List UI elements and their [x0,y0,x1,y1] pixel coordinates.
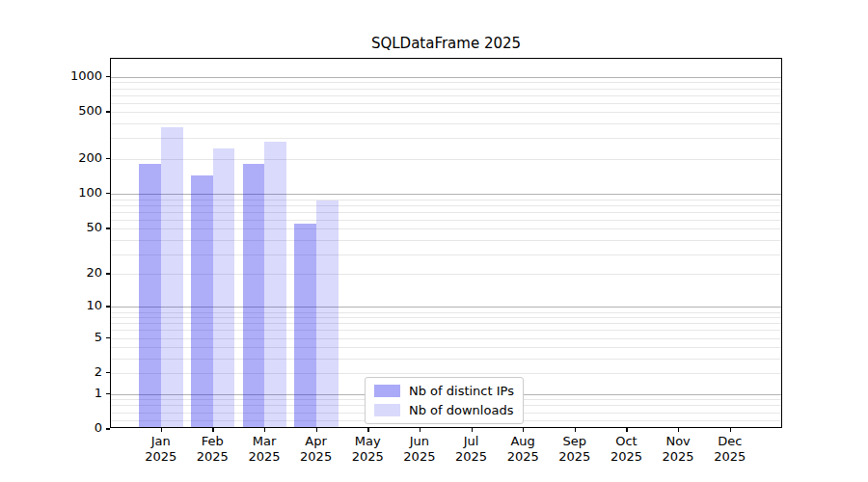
y-tick-label-5: 5 [35,330,102,345]
plot-area [110,58,782,428]
y-tick-mark-500 [106,111,110,112]
y-tick-mark-10 [106,306,110,307]
bar-jan-downloads [161,127,183,427]
y-tick-label-100: 100 [35,185,102,201]
y-tick-label-10: 10 [35,298,102,313]
minor-gridline-800 [111,89,781,90]
minor-gridline-500 [111,112,781,113]
minor-gridline-700 [111,95,781,96]
y-tick-label-0: 0 [35,420,102,436]
y-tick-mark-5 [106,337,110,338]
y-tick-mark-200 [106,158,110,159]
minor-gridline-200 [111,159,781,160]
minor-gridline-400 [111,123,781,124]
legend-label-distinct-ips: Nb of distinct IPs [409,384,514,398]
y-tick-label-500: 500 [35,103,102,119]
x-tick-label-dec: Dec 2025 [699,434,761,464]
legend-swatch-distinct-ips [374,385,400,397]
x-tick-mark-dec [730,428,731,432]
x-tick-mark-aug [523,428,524,432]
legend-entry-downloads: Nb of downloads [374,402,514,418]
y-tick-mark-2 [106,372,110,373]
x-tick-mark-sep [575,428,576,432]
y-tick-label-1: 1 [35,386,102,401]
x-tick-mark-may [367,428,368,432]
y-tick-mark-50 [106,228,110,228]
legend-entry-distinct-ips: Nb of distinct IPs [374,383,514,399]
bar-feb-downloads [213,148,235,427]
bar-mar-distinct-ips [243,164,265,427]
minor-gridline-300 [111,138,781,139]
legend-swatch-downloads [374,404,400,416]
bar-feb-distinct-ips [191,175,213,427]
legend-label-downloads: Nb of downloads [409,403,513,417]
y-tick-mark-0 [106,428,110,429]
x-tick-mark-nov [678,428,679,432]
y-tick-label-2: 2 [35,364,102,380]
bar-apr-downloads [316,201,339,427]
y-tick-label-200: 200 [35,150,102,166]
major-gridline-1000 [111,77,781,78]
x-tick-mark-jun [420,428,420,432]
bar-jan-distinct-ips [139,164,161,427]
bar-mar-downloads [264,142,286,427]
y-tick-label-50: 50 [35,220,102,235]
chart-title: SQLDataFrame 2025 [110,35,782,52]
y-tick-mark-1000 [106,76,110,77]
y-tick-mark-100 [106,193,110,194]
y-tick-mark-1 [106,393,110,394]
x-tick-mark-jul [472,428,473,432]
bar-apr-distinct-ips [294,224,316,427]
y-tick-label-1000: 1000 [35,68,102,84]
y-tick-label-20: 20 [35,265,102,281]
x-tick-mark-apr [316,428,317,432]
minor-gridline-900 [111,82,781,83]
x-tick-mark-oct [626,428,627,432]
legend: Nb of distinct IPs Nb of downloads [365,377,524,424]
x-tick-mark-feb [212,428,213,432]
x-tick-mark-mar [264,428,265,432]
figure: SQLDataFrame 2025 0125102050100200500100… [0,0,868,482]
x-tick-mark-jan [161,428,162,432]
minor-gridline-600 [111,103,781,104]
y-tick-mark-20 [106,273,110,274]
